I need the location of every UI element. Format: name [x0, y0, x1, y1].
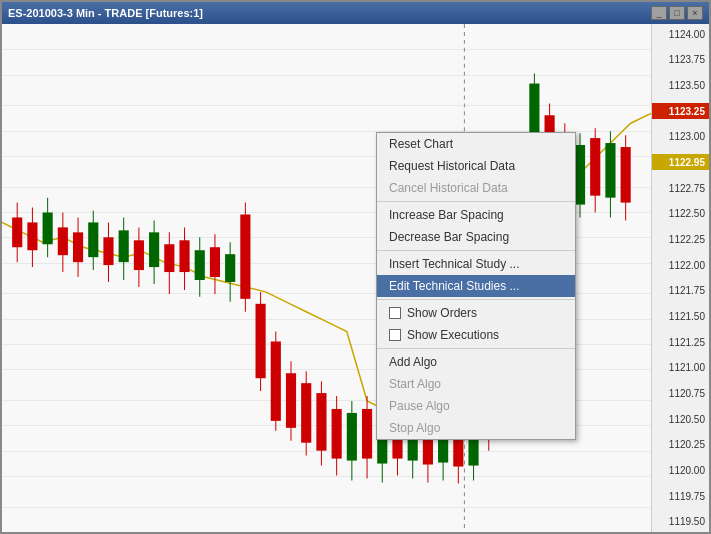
svg-rect-41 — [316, 393, 326, 451]
show-executions-checkbox — [389, 329, 401, 341]
insert-study-item[interactable]: Insert Technical Study ... — [377, 253, 575, 275]
price-1120-50: 1120.50 — [652, 411, 709, 427]
svg-rect-79 — [605, 143, 615, 198]
price-1120-75: 1120.75 — [652, 385, 709, 401]
svg-rect-33 — [256, 304, 266, 378]
price-1119-50: 1119.50 — [652, 514, 709, 530]
svg-rect-75 — [575, 145, 585, 205]
price-1123-75: 1123.75 — [652, 52, 709, 68]
svg-rect-9 — [73, 232, 83, 262]
context-menu: Reset Chart Request Historical Data Canc… — [376, 132, 576, 440]
price-1122-00: 1122.00 — [652, 257, 709, 273]
stop-algo-item: Stop Algo — [377, 417, 575, 439]
add-algo-item[interactable]: Add Algo — [377, 351, 575, 373]
price-1122-75: 1122.75 — [652, 180, 709, 196]
separator-4 — [377, 348, 575, 349]
show-orders-item[interactable]: Show Orders — [377, 302, 575, 324]
insert-study-label: Insert Technical Study ... — [389, 257, 520, 271]
price-1122-50: 1122.50 — [652, 206, 709, 222]
svg-rect-1 — [12, 217, 22, 247]
decrease-spacing-item[interactable]: Decrease Bar Spacing — [377, 226, 575, 248]
show-executions-item[interactable]: Show Executions — [377, 324, 575, 346]
svg-rect-47 — [362, 409, 372, 459]
cancel-historical-item: Cancel Historical Data — [377, 177, 575, 199]
svg-rect-27 — [210, 247, 220, 277]
decrease-spacing-label: Decrease Bar Spacing — [389, 230, 509, 244]
separator-1 — [377, 201, 575, 202]
cancel-historical-label: Cancel Historical Data — [389, 181, 508, 195]
title-bar-buttons: _ □ × — [651, 6, 703, 20]
price-1123-00: 1123.00 — [652, 129, 709, 145]
increase-spacing-label: Increase Bar Spacing — [389, 208, 504, 222]
window-title: ES-201003-3 Min - TRADE [Futures:1] — [8, 7, 203, 19]
svg-rect-23 — [179, 240, 189, 272]
price-1121-50: 1121.50 — [652, 308, 709, 324]
svg-rect-15 — [119, 230, 129, 262]
title-bar: ES-201003-3 Min - TRADE [Futures:1] _ □ … — [2, 2, 709, 24]
main-window: ES-201003-3 Min - TRADE [Futures:1] _ □ … — [0, 0, 711, 534]
minimize-button[interactable]: _ — [651, 6, 667, 20]
separator-3 — [377, 299, 575, 300]
svg-rect-21 — [164, 244, 174, 272]
svg-rect-25 — [195, 250, 205, 280]
svg-rect-31 — [240, 215, 250, 299]
svg-rect-7 — [58, 227, 68, 255]
add-algo-label: Add Algo — [389, 355, 437, 369]
price-1123-50: 1123.50 — [652, 77, 709, 93]
show-executions-label: Show Executions — [407, 328, 499, 342]
reset-chart-item[interactable]: Reset Chart — [377, 133, 575, 155]
svg-rect-11 — [88, 222, 98, 257]
svg-rect-43 — [332, 409, 342, 459]
edit-studies-item[interactable]: Edit Technical Studies ... — [377, 275, 575, 297]
svg-rect-13 — [103, 237, 113, 265]
price-1121-75: 1121.75 — [652, 283, 709, 299]
svg-rect-37 — [286, 373, 296, 428]
price-1124-00: 1124.00 — [652, 26, 709, 42]
svg-rect-19 — [149, 232, 159, 267]
pause-algo-item: Pause Algo — [377, 395, 575, 417]
request-historical-item[interactable]: Request Historical Data — [377, 155, 575, 177]
start-algo-item: Start Algo — [377, 373, 575, 395]
svg-rect-3 — [27, 222, 37, 250]
price-current: 1123.25 — [652, 103, 709, 119]
price-1121-00: 1121.00 — [652, 360, 709, 376]
price-1120-25: 1120.25 — [652, 437, 709, 453]
price-axis: 1124.00 1123.75 1123.50 1123.25 1123.00 … — [651, 24, 709, 532]
request-historical-label: Request Historical Data — [389, 159, 515, 173]
stop-algo-label: Stop Algo — [389, 421, 440, 435]
svg-rect-45 — [347, 413, 357, 461]
start-algo-label: Start Algo — [389, 377, 441, 391]
maximize-button[interactable]: □ — [669, 6, 685, 20]
svg-rect-39 — [301, 383, 311, 443]
price-bid: 1122.95 — [652, 154, 709, 170]
separator-2 — [377, 250, 575, 251]
close-button[interactable]: × — [687, 6, 703, 20]
chart-container: Reset Chart Request Historical Data Canc… — [2, 24, 651, 532]
price-1122-25: 1122.25 — [652, 231, 709, 247]
reset-chart-label: Reset Chart — [389, 137, 453, 151]
price-1121-25: 1121.25 — [652, 334, 709, 350]
show-orders-checkbox — [389, 307, 401, 319]
svg-rect-29 — [225, 254, 235, 282]
edit-studies-label: Edit Technical Studies ... — [389, 279, 520, 293]
price-1119-75: 1119.75 — [652, 488, 709, 504]
svg-rect-77 — [590, 138, 600, 196]
show-orders-label: Show Orders — [407, 306, 477, 320]
price-1120-00: 1120.00 — [652, 462, 709, 478]
svg-rect-35 — [271, 342, 281, 421]
pause-algo-label: Pause Algo — [389, 399, 450, 413]
svg-rect-17 — [134, 240, 144, 270]
increase-spacing-item[interactable]: Increase Bar Spacing — [377, 204, 575, 226]
svg-rect-5 — [43, 213, 53, 245]
svg-rect-81 — [621, 147, 631, 203]
chart-area: Reset Chart Request Historical Data Canc… — [2, 24, 709, 532]
